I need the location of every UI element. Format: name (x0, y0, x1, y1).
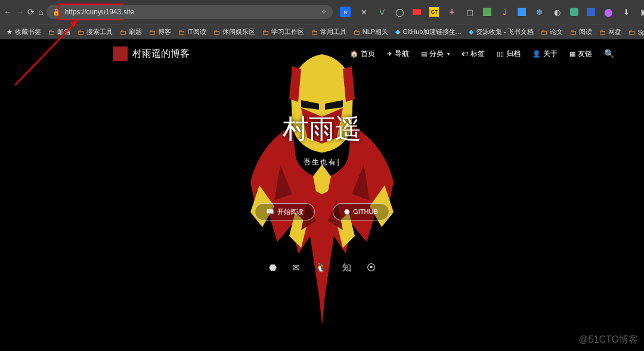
bookmarks-bar: ★收藏书签 🗀邮箱 🗀搜索工具 🗀刷题 🗀博客 🗀IT阅读 🗀休闲娱乐区 🗀学习… (0, 24, 644, 39)
hero-title: 村雨遥 (283, 111, 361, 147)
folder-icon: 🗀 (628, 29, 635, 36)
home-button[interactable]: ⌂ (38, 5, 43, 18)
folder-icon: 🗀 (262, 29, 269, 36)
book-icon: 📖 (266, 208, 274, 216)
address-bar[interactable]: 🔒 https://cunyu1943.site ✧ (47, 5, 333, 19)
bookmark-folder[interactable]: 🗀学习工作区 (259, 27, 307, 36)
ext-icon[interactable]: V (377, 7, 386, 17)
hero-illustration (203, 45, 441, 331)
bookmark-item[interactable]: ★收藏书签 (4, 27, 44, 36)
bookmark-folder[interactable]: 🗀休闲娱乐区 (210, 27, 258, 36)
page-content: 村雨遥的博客 🏠首页 ✈导航 ▤分类▾ 🏷标签 ▯▯归档 👤关于 ▦友链 🔍 (0, 39, 644, 351)
browser-toolbar: ← → ⟳ ⌂ 🔒 https://cunyu1943.site ✧ N ✕ V… (0, 0, 644, 24)
ext-icon[interactable]: ◯ (395, 7, 404, 17)
folder-icon: 🗀 (178, 29, 185, 36)
ext-icon[interactable]: ◐ (552, 7, 562, 17)
folder-icon: 🗀 (541, 29, 547, 36)
ext-icon[interactable]: ▣ (639, 7, 644, 17)
folder-icon: 🗀 (570, 29, 577, 36)
social-links: ⬣ ✉ 🐧 知 ⦿ (269, 262, 376, 274)
bookmark-folder[interactable]: 🗀Spider (626, 29, 644, 36)
bookmark-folder[interactable]: 🗀网盘 (596, 27, 624, 36)
reader-icon[interactable]: ✧ (321, 8, 327, 16)
bookmark-folder[interactable]: 🗀博客 (146, 27, 174, 36)
bookmark-folder[interactable]: 🗀论文 (538, 27, 566, 36)
back-button[interactable]: ← (4, 5, 12, 18)
start-reading-button[interactable]: 📖开始阅读 (255, 203, 315, 220)
zhihu-icon[interactable]: 知 (342, 262, 351, 274)
mail-icon[interactable]: ✉ (292, 262, 300, 274)
refresh-button[interactable]: ⟳ (27, 5, 35, 18)
bookmark-item[interactable]: ◆资源收集 - 飞书文档 (466, 27, 537, 36)
bookmark-folder[interactable]: 🗀NLP相关 (351, 27, 391, 36)
ext-icon[interactable] (483, 8, 491, 16)
url-text: https://cunyu1943.site (64, 8, 134, 16)
folder-icon: 🗀 (48, 29, 55, 36)
ext-icon[interactable]: ▢ (465, 7, 475, 17)
bookmark-item[interactable]: ◆GitHub加速链接生... (392, 27, 464, 36)
folder-icon: 🗀 (599, 29, 606, 36)
link-icon: ◆ (469, 28, 473, 36)
ext-icon[interactable]: GT (429, 7, 439, 17)
ext-icon[interactable]: N (340, 7, 351, 17)
bookmark-folder[interactable]: 🗀刷题 (117, 27, 145, 36)
github-button[interactable]: ⬣GITHUB (333, 203, 389, 220)
ext-icon[interactable]: J (500, 7, 509, 17)
lock-icon: 🔒 (52, 8, 61, 16)
rss-icon[interactable]: ⦿ (367, 262, 376, 274)
ext-icon[interactable] (570, 8, 578, 16)
bookmark-folder[interactable]: 🗀搜索工具 (75, 27, 116, 36)
hero-section: 村雨遥 吾生也有 📖开始阅读 ⬣GITHUB ⬣ ✉ 🐧 知 ⦿ (0, 39, 644, 351)
link-icon: ◆ (395, 28, 400, 36)
extension-icons: N ✕ V ◯ GT ⚘ ▢ J ❆ ◐ ⬤ ⬇ ▣ ⤴ ⚙ ≡ ⋯ (340, 5, 644, 18)
ext-icon[interactable]: ✕ (359, 7, 369, 17)
ext-icon[interactable] (587, 8, 595, 16)
qq-icon[interactable]: 🐧 (315, 262, 327, 274)
github-icon[interactable]: ⬣ (269, 262, 277, 274)
folder-icon: 🗀 (213, 29, 220, 36)
folder-icon: 🗀 (311, 29, 318, 36)
github-icon: ⬣ (344, 208, 350, 216)
ext-icon[interactable]: ⬤ (603, 7, 613, 17)
bookmark-folder[interactable]: 🗀IT阅读 (175, 27, 209, 36)
bookmark-folder[interactable]: 🗀邮箱 (45, 27, 73, 36)
watermark: @51CTO博客 (578, 334, 638, 346)
star-icon: ★ (7, 28, 13, 36)
folder-icon: 🗀 (78, 29, 84, 36)
bookmark-folder[interactable]: 🗀常用工具 (308, 27, 349, 36)
hero-subtitle: 吾生也有 (304, 157, 340, 167)
ext-icon[interactable]: ⬇ (621, 7, 631, 17)
ext-icon[interactable]: ❆ (534, 7, 544, 17)
folder-icon: 🗀 (120, 29, 126, 36)
ext-icon[interactable]: ⚘ (447, 7, 457, 17)
forward-button[interactable]: → (16, 5, 24, 18)
bookmark-folder[interactable]: 🗀阅读 (567, 27, 595, 36)
ext-icon[interactable] (518, 8, 526, 16)
folder-icon: 🗀 (149, 29, 156, 36)
ext-icon[interactable] (413, 9, 421, 15)
folder-icon: 🗀 (354, 29, 360, 36)
